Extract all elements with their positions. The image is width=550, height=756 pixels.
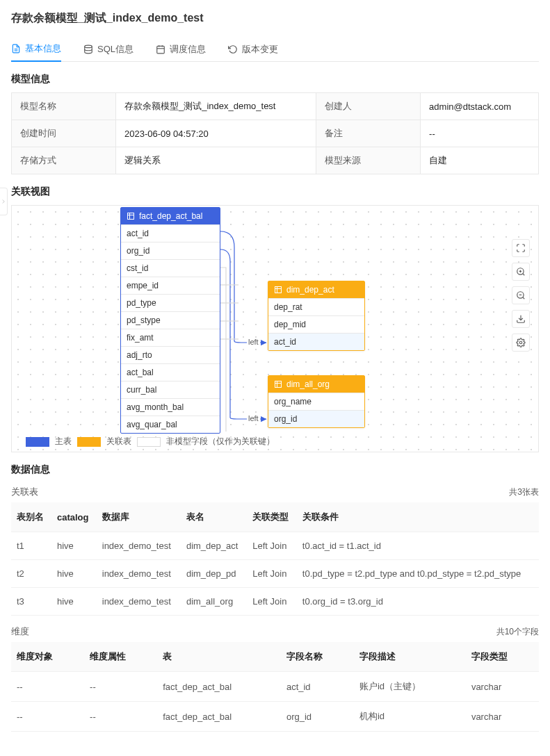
- label-remark: 备注: [316, 120, 421, 147]
- svg-line-21: [523, 297, 525, 299]
- cell-join: Left Join: [247, 532, 297, 560]
- cell-join: Left Join: [247, 588, 297, 616]
- svg-rect-10: [275, 287, 282, 293]
- tab-schedule-info[interactable]: 调度信息: [156, 37, 206, 61]
- cell-dim-attr: --: [84, 702, 157, 732]
- cell-table: dim_all_org: [181, 588, 247, 616]
- svg-rect-13: [275, 381, 282, 388]
- cell-dim-type: varchar: [466, 702, 539, 732]
- legend-label-main: 主表: [55, 436, 72, 447]
- cell-cond: t0.org_id = t3.org_id: [297, 588, 539, 616]
- diagram-table-name: fact_dep_act_bal: [139, 211, 202, 221]
- diagram-field: avg_quar_bal: [121, 416, 220, 433]
- diagram-main-table[interactable]: fact_dep_act_bal act_id org_id cst_id em…: [120, 207, 220, 434]
- cell-alias: t3: [11, 588, 51, 616]
- cell-dim-obj: --: [11, 702, 84, 732]
- diagram-table-header: fact_dep_act_bal: [121, 208, 220, 224]
- sql-icon: [83, 44, 93, 54]
- tab-basic-info[interactable]: 基本信息: [11, 37, 61, 62]
- cell-cond: t0.act_id = t1.act_id: [297, 532, 539, 560]
- arrow-right-icon: ▶: [261, 414, 266, 423]
- cell-dim-desc: 账户id（主键）: [354, 672, 466, 702]
- label-create-time: 创建时间: [12, 120, 116, 147]
- download-button[interactable]: [512, 310, 530, 328]
- svg-point-2: [85, 45, 92, 48]
- diagram-field: pd_stype: [121, 311, 220, 329]
- cell-db: index_demo_test: [97, 532, 181, 560]
- cell-table: dim_dep_act: [181, 532, 247, 560]
- expand-handle[interactable]: [0, 188, 8, 215]
- diagram-field: act_id: [268, 333, 364, 350]
- diagram-rel-table-dim-dep-act[interactable]: dim_dep_act dep_rat dep_mid act_id: [268, 281, 365, 351]
- table-row: t2 hive index_demo_test dim_dep_pd Left …: [11, 560, 539, 588]
- section-title-relation-view: 关联视图: [11, 186, 539, 198]
- col-catalog: catalog: [51, 502, 97, 532]
- tab-version-change[interactable]: 版本变更: [228, 37, 278, 61]
- col-dim-type: 字段类型: [466, 642, 539, 672]
- fullscreen-button[interactable]: [512, 239, 530, 257]
- page-title: 存款余额模型_测试_index_demo_test: [11, 11, 539, 26]
- dimensions-count: 共10个字段: [496, 626, 539, 638]
- tab-label: 基本信息: [25, 42, 61, 55]
- tab-label: 调度信息: [170, 43, 206, 56]
- cell-dim-attr: --: [84, 672, 157, 702]
- col-alias: 表别名: [11, 502, 51, 532]
- diagram-field: dep_mid: [268, 315, 364, 333]
- table-icon: [127, 212, 135, 220]
- table-row: t3 hive index_demo_test dim_all_org Left…: [11, 588, 539, 616]
- value-source: 自建: [421, 147, 539, 174]
- relation-view-canvas[interactable]: fact_dep_act_bal act_id org_id cst_id em…: [11, 205, 539, 452]
- value-creator: admin@dtstack.com: [421, 93, 539, 120]
- dimensions-table: 维度对象 维度属性 表 字段名称 字段描述 字段类型 -- -- fact_de…: [11, 642, 539, 732]
- diagram-field: act_id: [121, 224, 220, 242]
- diagram-field: empe_id: [121, 277, 220, 294]
- cell-db: index_demo_test: [97, 588, 181, 616]
- related-tables-count: 共3张表: [509, 486, 539, 498]
- tab-label: SQL信息: [97, 43, 134, 56]
- label-source: 模型来源: [316, 147, 421, 174]
- cell-join: Left Join: [247, 560, 297, 588]
- zoom-in-button[interactable]: [512, 263, 530, 281]
- col-join: 关联类型: [247, 502, 297, 532]
- cell-dim-field: act_id: [281, 672, 354, 702]
- diagram-field: curr_bal: [121, 381, 220, 398]
- col-dim-attr: 维度属性: [84, 642, 157, 672]
- zoom-out-button[interactable]: [512, 286, 530, 304]
- diagram-field: cst_id: [121, 259, 220, 277]
- diagram-table-name: dim_dep_act: [286, 285, 334, 295]
- cell-dim-table: fact_dep_act_bal: [157, 672, 281, 702]
- settings-button[interactable]: [512, 334, 530, 352]
- svg-point-24: [519, 341, 522, 344]
- related-tables-table: 表别名 catalog 数据库 表名 关联类型 关联条件 t1 hive ind…: [11, 502, 539, 616]
- cell-dim-table: fact_dep_act_bal: [157, 702, 281, 732]
- cell-table: dim_dep_pd: [181, 560, 247, 588]
- table-row: -- -- fact_dep_act_bal org_id 机构id varch…: [11, 702, 539, 732]
- join-label: left: [247, 414, 260, 422]
- cell-dim-field: org_id: [281, 702, 354, 732]
- cell-dim-obj: --: [11, 672, 84, 702]
- model-info-table: 模型名称 存款余额模型_测试_index_demo_test 创建人 admin…: [11, 92, 539, 174]
- section-title-model-info: 模型信息: [11, 73, 539, 85]
- tab-sql-info[interactable]: SQL信息: [83, 37, 134, 61]
- legend-swatch-main: [26, 437, 49, 447]
- svg-rect-7: [128, 213, 134, 220]
- col-dim-obj: 维度对象: [11, 642, 84, 672]
- file-text-icon: [11, 44, 21, 54]
- diagram-field: act_bal: [121, 363, 220, 381]
- diagram-field: org_id: [268, 410, 364, 427]
- svg-rect-3: [157, 46, 165, 54]
- legend-label-rel: 关联表: [106, 436, 131, 447]
- tab-label: 版本变更: [242, 43, 278, 56]
- diagram-legend: 主表 关联表 非模型字段（仅作为关联键）: [26, 436, 275, 447]
- diagram-rel-table-dim-all-org[interactable]: dim_all_org org_name org_id: [268, 375, 365, 428]
- calendar-icon: [156, 44, 165, 54]
- table-icon: [274, 380, 282, 388]
- arrow-right-icon: ▶: [261, 338, 266, 347]
- legend-swatch-nonmodel: [137, 437, 161, 447]
- diagram-table-name: dim_all_org: [286, 379, 330, 389]
- section-title-data-info: 数据信息: [11, 463, 539, 476]
- value-create-time: 2023-06-09 04:57:20: [116, 120, 316, 147]
- diagram-field: dep_rat: [268, 298, 364, 315]
- cell-catalog: hive: [51, 560, 97, 588]
- sub-title-related-tables: 关联表: [11, 486, 38, 498]
